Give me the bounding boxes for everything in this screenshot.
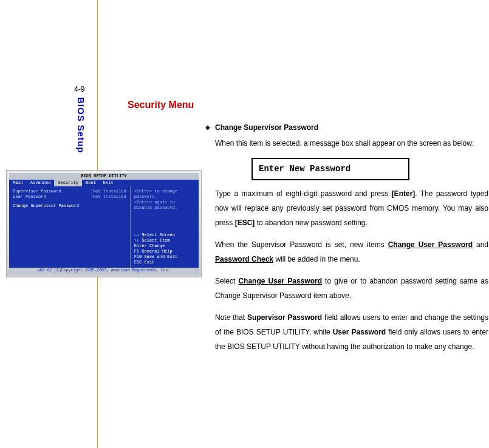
content-body: Change Supervisor Password When this ite… — [215, 120, 488, 361]
change-user-password-ref: Change User Password — [238, 277, 322, 285]
esc-key: [ESC] — [235, 219, 255, 227]
bios-supervisor-value: :Not Installed — [91, 189, 126, 194]
intro-paragraph: When this item is selected, a message bo… — [215, 136, 488, 151]
bullet-icon: ◆ — [205, 124, 210, 131]
user-password-ref: User Password — [333, 328, 386, 336]
text: Select — [215, 277, 238, 285]
paragraph-2: When the Supervisor Password is set, new… — [215, 237, 488, 266]
bios-tab-boot: Boot — [82, 180, 100, 186]
text: Type a maximum of eight-digit password a… — [215, 189, 392, 198]
password-check-ref: Password Check — [215, 255, 273, 263]
bullet-title: Change Supervisor Password — [215, 120, 488, 135]
bios-tab-advanced: Advanced — [27, 180, 55, 186]
bios-change-supervisor: Change Supervisor Password — [13, 203, 126, 209]
section-heading: Security Menu — [128, 100, 194, 110]
paragraph-1: Type a maximum of eight-digit password a… — [215, 186, 488, 230]
bios-supervisor-label: Supervisor Password — [13, 189, 61, 194]
paragraph-3: Select Change User Password to give or t… — [215, 274, 488, 303]
bios-right-pane: <Enter> to change password. <Enter> agai… — [131, 186, 199, 268]
bios-footer: v02.62 (C)Copyright 1985-2007, American … — [9, 268, 199, 274]
text: Note that — [215, 313, 247, 322]
bios-title-bar: BIOS SETUP UTILITY — [9, 173, 199, 180]
text: to abandon new password setting. — [255, 219, 367, 227]
bios-help-bottom: ←→ Select Screen ↑↓ Select Item Enter Ch… — [134, 232, 195, 266]
bios-left-pane: Supervisor Password :Not Installed User … — [9, 186, 131, 268]
text: When the Supervisor Password is set, new… — [215, 240, 388, 249]
change-user-password-ref: Change User Password — [388, 240, 473, 249]
bios-row-supervisor: Supervisor Password :Not Installed — [13, 189, 126, 194]
bios-tab-exit: Exit — [100, 180, 117, 186]
sidebar-section-label: BIOS Setup — [76, 97, 86, 154]
bios-tab-main: Main — [9, 180, 27, 186]
password-prompt-box: Enter New Password — [251, 158, 409, 180]
manual-page: 4-9 BIOS Setup Security Menu ◆ Change Su… — [0, 0, 489, 448]
paragraph-4: Note that Supervisor Password field allo… — [215, 310, 488, 354]
bios-help-top: <Enter> to change password. <Enter> agai… — [134, 189, 195, 211]
bios-tab-bar: Main Advanced Security Boot Exit — [9, 180, 199, 186]
enter-key: [Enter] — [392, 189, 415, 198]
text: will be added in the menu. — [273, 255, 360, 263]
bios-user-value: :Not Installed — [91, 194, 126, 200]
supervisor-password-ref: Supervisor Password — [247, 313, 322, 322]
bios-body: Supervisor Password :Not Installed User … — [9, 186, 199, 268]
bios-tab-security: Security — [54, 180, 82, 186]
bios-row-user: User Password :Not Installed — [13, 194, 126, 200]
text: and — [473, 240, 488, 249]
bios-screenshot: BIOS SETUP UTILITY Main Advanced Securit… — [6, 170, 202, 277]
bios-user-label: User Password — [13, 194, 46, 200]
bios-screen: BIOS SETUP UTILITY Main Advanced Securit… — [9, 173, 199, 274]
page-number: 4-9 — [74, 85, 84, 93]
